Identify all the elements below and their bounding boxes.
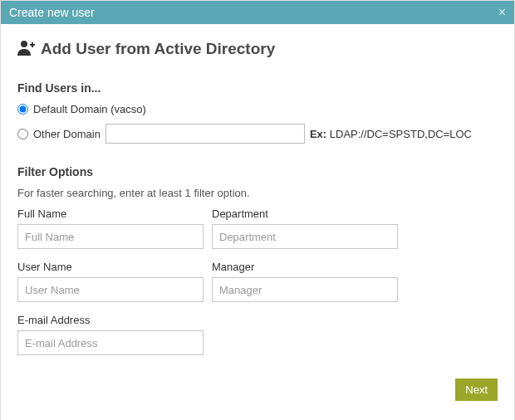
radio-other-domain-row: Other Domain Ex: LDAP://DC=SPSTD,DC=LOC bbox=[17, 124, 498, 144]
input-full-name[interactable] bbox=[17, 224, 204, 249]
find-users-label: Find Users in... bbox=[17, 81, 498, 95]
input-user-name[interactable] bbox=[17, 277, 204, 302]
other-domain-hint-value: LDAP://DC=SPSTD,DC=LOC bbox=[326, 128, 472, 140]
label-manager: Manager bbox=[212, 261, 398, 273]
radio-default-domain-label: Default Domain (vacso) bbox=[33, 103, 146, 115]
label-full-name: Full Name bbox=[17, 208, 204, 220]
input-manager[interactable] bbox=[212, 277, 398, 302]
field-email: E-mail Address bbox=[17, 314, 204, 355]
dialog-content: Add User from Active Directory Find User… bbox=[1, 24, 514, 420]
filter-grid: Full Name Department User Name Manager E bbox=[17, 208, 498, 364]
input-department[interactable] bbox=[212, 224, 398, 249]
dialog-title: Create new user bbox=[9, 6, 95, 19]
input-email[interactable] bbox=[17, 330, 204, 355]
radio-default-domain-row: Default Domain (vacso) bbox=[17, 103, 498, 115]
field-manager: Manager bbox=[212, 261, 398, 302]
page-title: Add User from Active Directory bbox=[41, 40, 275, 58]
svg-rect-2 bbox=[32, 42, 33, 47]
radio-default-domain[interactable] bbox=[17, 104, 28, 115]
svg-point-0 bbox=[21, 41, 27, 47]
other-domain-hint: Ex: LDAP://DC=SPSTD,DC=LOC bbox=[310, 128, 472, 140]
field-department: Department bbox=[212, 208, 398, 249]
label-user-name: User Name bbox=[17, 261, 204, 273]
field-user-name: User Name bbox=[17, 261, 204, 302]
other-domain-hint-prefix: Ex: bbox=[310, 128, 326, 140]
filter-options-label: Filter Options bbox=[17, 165, 498, 178]
titlebar: Create new user × bbox=[1, 1, 514, 24]
page-heading-row: Add User from Active Directory bbox=[17, 39, 498, 58]
find-users-section: Find Users in... Default Domain (vacso) … bbox=[17, 81, 498, 144]
actions-row: Next bbox=[17, 378, 498, 401]
radio-other-domain[interactable] bbox=[17, 129, 28, 139]
filter-options-sub: For faster searching, enter at least 1 f… bbox=[17, 187, 498, 199]
next-button[interactable]: Next bbox=[455, 378, 498, 401]
radio-other-domain-label: Other Domain bbox=[33, 128, 101, 140]
create-user-dialog: Create new user × Add User from Active D… bbox=[0, 0, 515, 420]
close-icon[interactable]: × bbox=[498, 6, 506, 19]
label-email: E-mail Address bbox=[17, 314, 204, 326]
field-full-name: Full Name bbox=[17, 208, 204, 249]
other-domain-input[interactable] bbox=[105, 124, 305, 144]
user-plus-icon bbox=[17, 39, 41, 58]
filter-section: Filter Options For faster searching, ent… bbox=[17, 165, 498, 364]
label-department: Department bbox=[212, 208, 398, 220]
